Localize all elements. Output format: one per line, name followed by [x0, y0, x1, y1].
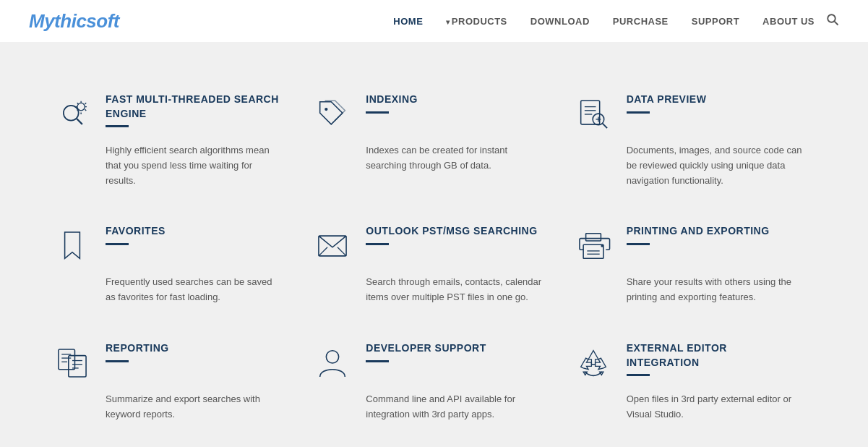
feature-top: Fast multi-threaded search engine — [51, 93, 282, 136]
document-preview-icon — [572, 93, 615, 136]
feature-indexing: Indexing Indexes can be created for inst… — [304, 78, 564, 210]
printer-icon — [572, 224, 615, 268]
nav-links: HOME ▾PRODUCTS DOWNLOAD PURCHASE SUPPORT… — [393, 14, 815, 27]
svg-line-16 — [338, 247, 346, 256]
svg-point-0 — [828, 14, 835, 22]
svg-line-11 — [602, 123, 607, 128]
svg-point-30 — [327, 351, 339, 363]
cta-wrapper: Plus many more advanced features See All — [43, 444, 825, 447]
feature-data-preview: Data preview Documents, images, and sour… — [564, 78, 825, 210]
nav-item-products[interactable]: ▾PRODUCTS — [446, 14, 507, 27]
feature-title-editor: External editor integration — [627, 341, 803, 370]
feature-divider — [366, 111, 389, 114]
report-icon — [51, 341, 94, 385]
features-grid: Fast multi-threaded search engine Highly… — [43, 78, 825, 447]
feature-divider — [366, 243, 389, 245]
search-icon[interactable] — [826, 13, 839, 29]
feature-top: Data preview — [572, 93, 803, 136]
nav-item-support[interactable]: SUPPORT — [692, 14, 739, 27]
svg-rect-26 — [69, 356, 86, 377]
nav-link-purchase[interactable]: PURCHASE — [613, 16, 669, 27]
nav-link-support[interactable]: SUPPORT — [692, 16, 739, 27]
developer-icon — [311, 341, 354, 385]
svg-line-15 — [319, 247, 327, 256]
feature-divider — [366, 360, 389, 362]
nav-link-products[interactable]: ▾PRODUCTS — [446, 16, 507, 27]
feature-text-reporting: Summarize and export searches with keywo… — [51, 392, 282, 422]
feature-favorites: Favorites Frequently used searches can b… — [43, 210, 304, 327]
nav-item-home[interactable]: HOME — [393, 14, 423, 27]
feature-top: Developer support — [311, 341, 542, 385]
svg-rect-22 — [59, 349, 75, 370]
feature-title-favorites: Favorites — [106, 224, 166, 239]
feature-text-search: Highly efficient search algorithms mean … — [51, 143, 282, 188]
feature-divider — [627, 374, 650, 376]
feature-top: Reporting — [51, 341, 282, 385]
feature-top: Indexing — [311, 93, 542, 136]
feature-title-printing: Printing and Exporting — [627, 224, 770, 239]
gear-search-icon — [51, 93, 94, 136]
feature-reporting: Reporting Summarize and export searches … — [43, 327, 304, 444]
feature-top: Outlook PST/MSG searching — [311, 224, 542, 268]
feature-search-engine: Fast multi-threaded search engine Highly… — [43, 78, 304, 210]
feature-top: Printing and Exporting — [572, 224, 803, 268]
svg-point-2 — [64, 106, 79, 121]
feature-divider — [627, 243, 650, 245]
feature-divider — [106, 243, 129, 245]
nav-item-about[interactable]: ABOUT US — [762, 14, 815, 27]
feature-text-outlook: Search through emails, contacts, calenda… — [311, 275, 542, 305]
svg-rect-18 — [585, 234, 601, 241]
feature-title-search: Fast multi-threaded search engine — [106, 93, 282, 121]
svg-line-1 — [835, 22, 838, 25]
feature-text-favorites: Frequently used searches can be saved as… — [51, 275, 282, 305]
feature-text-editor: Open files in 3rd party external editor … — [572, 392, 803, 422]
feature-title-indexing: Indexing — [366, 93, 418, 107]
nav-item-download[interactable]: DOWNLOAD — [530, 14, 590, 27]
recycle-icon — [572, 341, 615, 385]
nav-item-purchase[interactable]: PURCHASE — [613, 14, 669, 27]
feature-external-editor: External editor integration Open files i… — [564, 327, 825, 444]
nav-link-home[interactable]: HOME — [393, 16, 423, 27]
feature-divider — [106, 360, 129, 362]
feature-title-outlook: Outlook PST/MSG searching — [366, 224, 537, 239]
feature-developer: Developer support Command line and API a… — [304, 327, 564, 444]
feature-text-preview: Documents, images, and source code can b… — [572, 143, 803, 188]
envelope-icon — [311, 224, 354, 268]
svg-rect-6 — [580, 101, 599, 124]
feature-title-developer: Developer support — [366, 341, 486, 356]
feature-title-preview: Data preview — [627, 93, 707, 107]
tags-icon — [311, 93, 354, 136]
svg-rect-17 — [583, 245, 603, 259]
feature-text-developer: Command line and API available for integ… — [311, 392, 542, 422]
feature-top: External editor integration — [572, 341, 803, 385]
feature-divider — [106, 125, 129, 127]
feature-top: Favorites — [51, 224, 282, 268]
features-section: Fast multi-threaded search engine Highly… — [0, 42, 868, 447]
svg-point-21 — [601, 245, 603, 247]
logo: Mythicsoft — [29, 10, 119, 33]
navbar: Mythicsoft HOME ▾PRODUCTS DOWNLOAD PURCH… — [0, 0, 868, 42]
feature-text-indexing: Indexes can be created for instant searc… — [311, 143, 542, 174]
logo-text: Mythicsoft — [29, 10, 119, 32]
feature-text-printing: Share your results with others using the… — [572, 275, 803, 305]
nav-link-about[interactable]: ABOUT US — [762, 16, 815, 27]
feature-outlook: Outlook PST/MSG searching Search through… — [304, 210, 564, 327]
feature-printing: Printing and Exporting Share your result… — [564, 210, 825, 327]
svg-point-5 — [325, 108, 327, 111]
nav-link-download[interactable]: DOWNLOAD — [530, 16, 590, 27]
svg-line-3 — [77, 119, 82, 124]
bookmark-icon — [51, 224, 94, 268]
feature-divider — [627, 111, 650, 114]
feature-title-reporting: Reporting — [106, 341, 169, 356]
